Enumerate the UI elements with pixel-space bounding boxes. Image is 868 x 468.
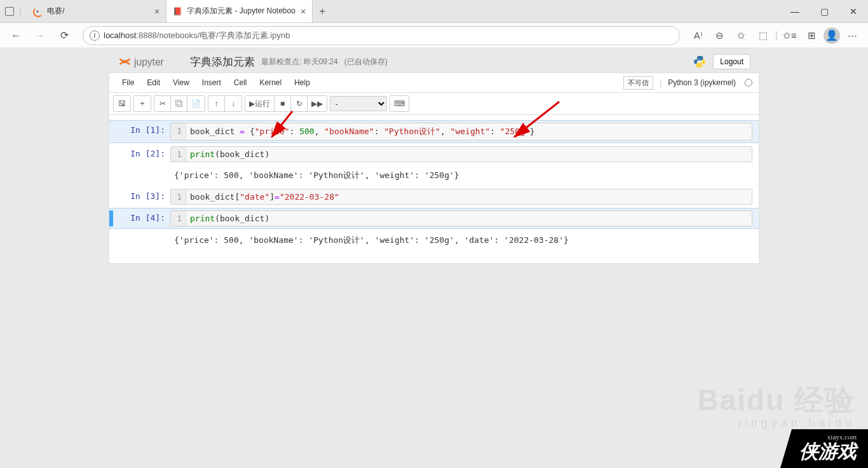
checkpoint-status: 最新检查点: 昨天09:24	[261, 57, 338, 67]
code-cell[interactable]: In [2]: 1 print(book_dict)	[109, 144, 759, 164]
run-button[interactable]: ▶ 运行	[245, 96, 275, 111]
code-input[interactable]: 1 print(book_dict)	[170, 146, 752, 162]
paste-button[interactable]: 📄	[187, 96, 205, 111]
notebook-cells: In [1]: 1 book_dict = {"price": 500, "bo…	[109, 115, 759, 263]
restart-button[interactable]: ↻	[291, 96, 308, 111]
kernel-status-icon	[745, 79, 752, 86]
code-text[interactable]: print(book_dict)	[186, 211, 752, 226]
extensions-icon[interactable]: ⬚	[754, 26, 773, 45]
cell-prompt: In [3]:	[113, 189, 170, 205]
browser-tab[interactable]: 电赛/ ×	[27, 0, 166, 22]
jupyter-logo-icon[interactable]: jupyter	[118, 53, 184, 70]
site-info-icon[interactable]: i	[90, 31, 100, 41]
refresh-button[interactable]: ⟳	[55, 26, 74, 45]
code-cell[interactable]: In [4]: 1 print(book_dict)	[109, 208, 759, 229]
menu-help[interactable]: Help	[288, 76, 316, 90]
toolbar: 🖫 + ✂ ⿻ 📄 ↑ ↓ ▶ 运行 ■ ↻ ▶▶ - ⌨	[109, 93, 759, 115]
move-up-button[interactable]: ↑	[208, 96, 225, 111]
code-input[interactable]: 1 book_dict = {"price": 500, "bookName":…	[170, 123, 752, 141]
url-text: localhost:8888/notebooks/电赛/字典添加元素.ipynb	[104, 30, 290, 41]
kernel-name[interactable]: Python 3 (ipykernel)	[668, 78, 736, 87]
autosave-status: (已自动保存)	[344, 57, 388, 67]
new-tab-button[interactable]: +	[313, 0, 332, 22]
url-input[interactable]: i localhost:8888/notebooks/电赛/字典添加元素.ipy…	[83, 26, 680, 45]
zoom-icon[interactable]: ⊖	[710, 26, 729, 45]
cell-prompt: In [2]:	[113, 146, 170, 162]
browser-addressbar: ← → ⟳ i localhost:8888/notebooks/电赛/字典添加…	[0, 23, 868, 48]
menu-insert[interactable]: Insert	[196, 76, 227, 90]
browser-titlebar: | 电赛/ × 📕 字典添加元素 - Jupyter Noteboo × + —…	[0, 0, 868, 23]
menu-edit[interactable]: Edit	[140, 76, 166, 90]
tab-close-icon[interactable]: ×	[154, 6, 159, 17]
cell-output: {'price': 500, 'bookName': 'Python设计', '…	[170, 232, 752, 249]
menu-file[interactable]: File	[116, 76, 140, 90]
line-number: 1	[171, 211, 186, 226]
interrupt-button[interactable]: ■	[275, 96, 291, 111]
jupyter-favicon-icon	[33, 7, 42, 16]
save-button[interactable]: 🖫	[114, 96, 130, 111]
menu-kernel[interactable]: Kernel	[254, 76, 288, 90]
logout-button[interactable]: Logout	[713, 54, 750, 69]
watermark-baidu: Baidu 经验 jingyan.baidu	[697, 381, 855, 430]
cell-output: {'price': 500, 'bookName': 'Python设计', '…	[170, 167, 752, 184]
collections-icon[interactable]: ⊞	[802, 26, 821, 45]
browser-tabs: 电赛/ × 📕 字典添加元素 - Jupyter Noteboo × +	[27, 0, 332, 22]
titlebar-left: |	[0, 0, 27, 22]
python-icon	[693, 55, 707, 69]
output-row: {'price': 500, 'bookName': 'Python设计', '…	[109, 165, 759, 186]
celltype-select[interactable]: -	[330, 96, 387, 111]
minimize-button[interactable]: —	[780, 0, 810, 22]
window-icon	[5, 7, 14, 16]
tab-title: 字典添加元素 - Jupyter Noteboo	[187, 6, 295, 17]
copy-button[interactable]: ⿻	[171, 96, 187, 111]
favorite-icon[interactable]: ✩	[732, 26, 751, 45]
read-aloud-icon[interactable]: A⁾	[689, 26, 708, 45]
cell-prompt: In [1]:	[113, 123, 170, 141]
trust-indicator[interactable]: 不可信	[623, 76, 653, 90]
svg-text:jupyter: jupyter	[133, 57, 164, 67]
cell-prompt: In [4]:	[113, 210, 170, 226]
code-text[interactable]: book_dict["date"]="2022-03-28"	[186, 189, 752, 204]
code-text[interactable]: book_dict = {"price": 500, "bookName": "…	[186, 123, 752, 140]
profile-avatar[interactable]: 👤	[824, 27, 840, 44]
command-palette-button[interactable]: ⌨	[390, 96, 409, 111]
restart-run-all-button[interactable]: ▶▶	[308, 96, 327, 111]
favorites-list-icon[interactable]: ✩≡	[780, 26, 799, 45]
forward-button[interactable]: →	[31, 26, 50, 45]
code-input[interactable]: 1 print(book_dict)	[170, 210, 752, 226]
notebook-title[interactable]: 字典添加元素	[190, 55, 255, 69]
insert-cell-button[interactable]: +	[134, 96, 151, 111]
line-number: 1	[171, 123, 186, 140]
maximize-button[interactable]: ▢	[810, 0, 839, 22]
tab-title: 电赛/	[47, 6, 149, 17]
code-cell[interactable]: In [3]: 1 book_dict["date"]="2022-03-28"	[109, 187, 759, 207]
code-input[interactable]: 1 book_dict["date"]="2022-03-28"	[170, 189, 752, 205]
window-controls: — ▢ ✕	[780, 0, 868, 22]
watermark-corner: xiayx.com 侠游戏	[780, 429, 868, 468]
move-down-button[interactable]: ↓	[225, 96, 241, 111]
back-button[interactable]: ←	[6, 26, 25, 45]
output-row: {'price': 500, 'bookName': 'Python设计', '…	[109, 230, 759, 251]
notebook-favicon-icon: 📕	[173, 7, 182, 16]
line-number: 1	[171, 189, 186, 204]
menu-view[interactable]: View	[166, 76, 196, 90]
menu-cell[interactable]: Cell	[227, 76, 254, 90]
cut-button[interactable]: ✂	[154, 96, 171, 111]
close-window-button[interactable]: ✕	[839, 0, 868, 22]
menubar: File Edit View Insert Cell Kernel Help 不…	[109, 73, 759, 93]
code-text[interactable]: print(book_dict)	[186, 147, 752, 162]
tab-close-icon[interactable]: ×	[301, 6, 306, 17]
more-menu-icon[interactable]: ⋯	[843, 26, 862, 45]
browser-tab-active[interactable]: 📕 字典添加元素 - Jupyter Noteboo ×	[166, 0, 313, 22]
code-cell[interactable]: In [1]: 1 book_dict = {"price": 500, "bo…	[109, 120, 759, 143]
line-number: 1	[171, 147, 186, 162]
notebook-header: jupyter 字典添加元素 最新检查点: 昨天09:24 (已自动保存) Lo…	[109, 48, 759, 72]
